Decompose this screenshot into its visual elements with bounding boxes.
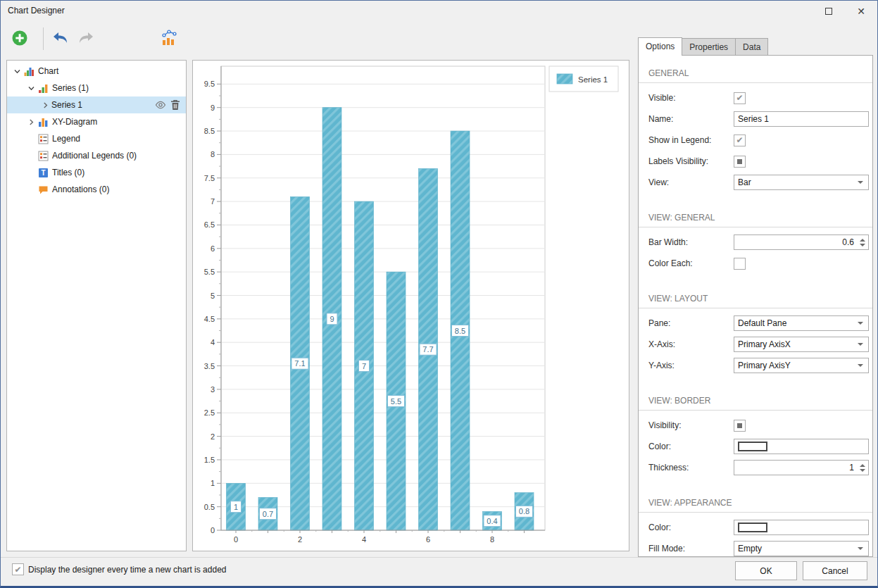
redo-arrow-icon <box>77 30 95 48</box>
prop-row-fill-mode: Fill Mode:Empty <box>639 538 872 557</box>
titles-icon: T <box>37 167 49 179</box>
chart-elements-tree: ChartSeries (1)Series 1XY-DiagramLegendA… <box>6 60 187 551</box>
dropdown-value: Bar <box>738 177 751 187</box>
x-axis-dropdown[interactable]: Primary AxisX <box>734 337 869 352</box>
change-chart-type-button[interactable] <box>158 28 180 49</box>
spin-down-icon[interactable] <box>860 469 865 472</box>
tree-item-xy-diagram[interactable]: XY-Diagram <box>7 113 186 130</box>
prop-row-pane: Pane:Default Pane <box>639 313 872 334</box>
tree-item-label: Legend <box>52 134 80 144</box>
prop-label: Show in Legend: <box>648 135 734 145</box>
svg-text:2: 2 <box>211 432 215 441</box>
spin-up-icon[interactable] <box>860 464 865 467</box>
spinner-value: 1 <box>849 463 854 473</box>
cancel-button[interactable]: Cancel <box>803 561 867 580</box>
delete-trash-icon[interactable] <box>170 99 180 111</box>
chart-preview[interactable]: 00.511.522.533.544.555.566.577.588.599.5… <box>192 60 629 551</box>
display-designer-checkbox[interactable]: ✔ <box>12 563 24 575</box>
prop-label: Thickness: <box>648 463 734 473</box>
prop-row-color: Color: <box>639 517 872 538</box>
svg-text:6: 6 <box>426 535 430 544</box>
y-axis-dropdown[interactable]: Primary AxisY <box>734 358 869 373</box>
tab-properties[interactable]: Properties <box>682 38 736 56</box>
spin-down-icon[interactable] <box>860 244 865 246</box>
tree-item-label: Annotations (0) <box>52 184 109 194</box>
display-designer-label: Display the designer every time a new ch… <box>28 565 226 575</box>
svg-text:0.8: 0.8 <box>519 507 529 515</box>
prop-label: Color Each: <box>648 258 734 268</box>
titlebar[interactable]: Chart Designer ✕ <box>1 1 877 22</box>
color-color-picker[interactable] <box>734 520 869 535</box>
chevron-down-icon <box>858 322 863 325</box>
spin-up-icon[interactable] <box>860 239 865 242</box>
prop-row-color-each: Color Each: <box>639 253 872 274</box>
chevron-down-icon[interactable] <box>11 65 23 77</box>
maximize-button[interactable] <box>813 1 845 22</box>
chevron-down-icon <box>858 547 863 550</box>
tree-item-annotations-0[interactable]: Annotations (0) <box>7 181 186 198</box>
svg-text:8: 8 <box>490 535 494 544</box>
tree-item-legend[interactable]: Legend <box>7 130 186 147</box>
svg-text:8: 8 <box>211 150 215 158</box>
view-dropdown[interactable]: Bar <box>734 175 869 190</box>
xy-diagram-icon <box>37 116 49 128</box>
tree-item-chart[interactable]: Chart <box>7 63 186 80</box>
labels-visibility-checkbox[interactable] <box>734 156 746 168</box>
svg-text:4: 4 <box>211 338 215 346</box>
color-color-picker[interactable] <box>734 439 869 454</box>
svg-text:5: 5 <box>211 292 215 300</box>
color-each-checkbox[interactable] <box>734 258 746 270</box>
chevron-down-icon[interactable] <box>25 82 37 94</box>
tab-data[interactable]: Data <box>735 38 768 56</box>
name-input[interactable]: Series 1 <box>734 111 869 127</box>
prop-row-view: View:Bar <box>639 172 872 193</box>
prop-row-x-axis: X-Axis:Primary AxisX <box>639 334 872 355</box>
visibility-eye-icon[interactable] <box>155 99 166 111</box>
prop-row-labels-visibility: Labels Visibility: <box>639 151 872 172</box>
thickness-spinner[interactable]: 1 <box>734 460 869 475</box>
svg-text:0.7: 0.7 <box>263 510 273 518</box>
tree-item-titles-0[interactable]: TTitles (0) <box>7 164 186 181</box>
chevron-down-icon <box>858 364 863 367</box>
tree-item-series-1[interactable]: Series (1) <box>7 80 186 96</box>
visibility-checkbox[interactable] <box>734 420 746 432</box>
prop-row-visible: Visible:✔ <box>639 87 872 108</box>
chevron-right-icon[interactable] <box>25 116 37 128</box>
visible-checkbox[interactable]: ✔ <box>734 92 746 104</box>
bar-width-spinner[interactable]: 0.6 <box>734 234 869 250</box>
window-title: Chart Designer <box>8 6 65 15</box>
svg-text:0: 0 <box>211 526 215 534</box>
ok-button[interactable]: OK <box>735 561 797 580</box>
prop-row-bar-width: Bar Width:0.6 <box>639 232 872 253</box>
show-in-legend-checkbox[interactable]: ✔ <box>734 135 746 146</box>
add-chart-element-button[interactable] <box>9 28 30 49</box>
plus-icon <box>11 30 28 49</box>
prop-label: Bar Width: <box>648 237 734 247</box>
expander-spacer <box>25 167 37 179</box>
tree-item-label: XY-Diagram <box>52 117 97 127</box>
close-button[interactable]: ✕ <box>845 1 877 22</box>
chevron-right-icon[interactable] <box>39 99 51 111</box>
chart-legend[interactable]: Series 1 <box>549 66 618 92</box>
tree-item-additional-legends-0[interactable]: Additional Legends (0) <box>7 147 186 164</box>
tree-item-series-1[interactable]: Series 1 <box>7 96 186 113</box>
redo-button[interactable] <box>75 28 96 49</box>
undo-button[interactable] <box>50 28 71 49</box>
spinner-value: 0.6 <box>842 237 854 247</box>
series-icon <box>37 82 49 94</box>
toolbar-separator <box>43 27 44 50</box>
tab-options[interactable]: Options <box>638 37 682 56</box>
pane-dropdown[interactable]: Default Pane <box>734 315 869 331</box>
svg-text:7.7: 7.7 <box>422 345 433 354</box>
prop-row-name: Name:Series 1 <box>639 108 872 130</box>
maximize-icon <box>825 8 832 15</box>
prop-label: X-Axis: <box>648 339 734 349</box>
svg-text:1: 1 <box>234 503 238 511</box>
legend-icon <box>37 150 49 162</box>
svg-text:7.1: 7.1 <box>294 359 305 368</box>
dropdown-value: Empty <box>738 544 762 553</box>
close-icon: ✕ <box>857 6 865 16</box>
fill-mode-dropdown[interactable]: Empty <box>734 541 869 556</box>
prop-row-color: Color: <box>639 436 872 457</box>
section-header-view-layout: VIEW: LAYOUT <box>639 291 872 308</box>
